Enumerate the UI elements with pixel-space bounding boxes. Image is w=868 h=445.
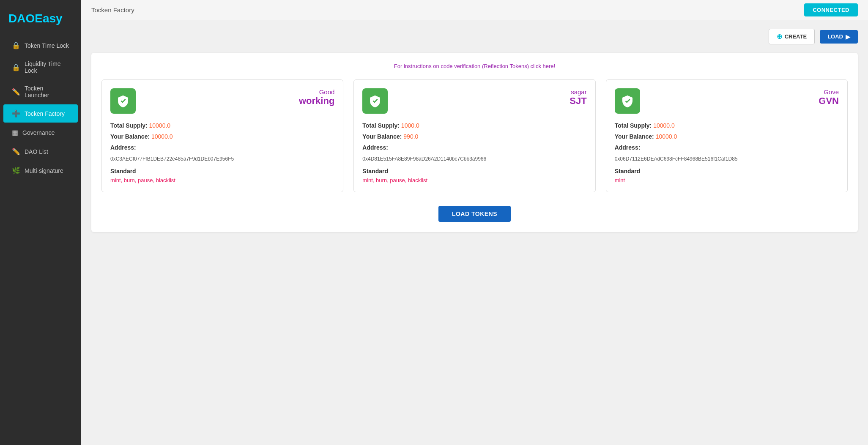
token-full-name-3: Gove bbox=[824, 88, 839, 96]
address-value-row-2: 0x4D81E515FA8E89F98aD26A2D1140bc7Cbb3a99… bbox=[362, 155, 586, 162]
token-type-2: Standard bbox=[362, 168, 586, 175]
address-value-2: 0x4D81E515FA8E89F98aD26A2D1140bc7Cbb3a99… bbox=[362, 156, 486, 162]
token-icon-2 bbox=[362, 88, 388, 114]
app-header: Tocken Factory CONNECTED bbox=[81, 0, 868, 20]
tocken-launcher-icon: ✏️ bbox=[12, 88, 20, 96]
token-type-3: Standard bbox=[615, 168, 839, 175]
total-supply-label-3: Total Supply: bbox=[615, 122, 654, 129]
main-area: Tocken Factory CONNECTED ⊕ CREATE LOAD ▶… bbox=[81, 0, 868, 445]
total-supply-value-2: 1000.0 bbox=[401, 122, 419, 129]
address-label-3: Address: bbox=[615, 144, 641, 151]
load-label: LOAD bbox=[827, 33, 843, 40]
token-symbol-2: SJT bbox=[570, 96, 586, 106]
address-value-3: 0x06D7112E6DEAdC698FcFF84968BE516f1Caf1D… bbox=[615, 156, 738, 162]
sidebar-item-tocken-factory[interactable]: ➕Tocken Factory bbox=[3, 104, 78, 123]
token-time-lock-icon: 🔒 bbox=[12, 41, 20, 49]
token-names-1: Good working bbox=[142, 88, 334, 106]
create-label: CREATE bbox=[785, 33, 807, 40]
sidebar-label-dao-list: DAO List bbox=[25, 148, 48, 155]
multi-signature-icon: 🌿 bbox=[12, 167, 20, 175]
total-supply-label-2: Total Supply: bbox=[362, 122, 401, 129]
card-header-3: Gove GVN bbox=[615, 88, 839, 114]
address-value-1: 0xC3AECf077FfB1DEB722e485a7F9d1DEb07E956… bbox=[110, 156, 234, 162]
total-supply-label-1: Total Supply: bbox=[110, 122, 149, 129]
address-row-2: Address: bbox=[362, 144, 586, 151]
sidebar-item-multi-signature[interactable]: 🌿Multi-signature bbox=[3, 161, 78, 180]
sidebar-label-liquidity-time-lock: Liquidity Time Lock bbox=[25, 60, 69, 74]
main-panel: For instructions on code verification (R… bbox=[91, 53, 858, 232]
token-card-1[interactable]: Good working Total Supply: 10000.0 Your … bbox=[101, 79, 343, 192]
total-supply-row-2: Total Supply: 1000.0 bbox=[362, 122, 586, 129]
create-button[interactable]: ⊕ CREATE bbox=[769, 29, 815, 44]
token-names-3: Gove GVN bbox=[647, 88, 839, 106]
balance-row-3: Your Balance: 10000.0 bbox=[615, 133, 839, 140]
plus-icon: ⊕ bbox=[777, 33, 782, 41]
total-supply-row-3: Total Supply: 10000.0 bbox=[615, 122, 839, 129]
toolbar: ⊕ CREATE LOAD ▶ bbox=[91, 29, 858, 44]
content-area: ⊕ CREATE LOAD ▶ For instructions on code… bbox=[81, 20, 868, 445]
token-full-name-1: Good bbox=[319, 88, 335, 96]
total-supply-value-1: 10000.0 bbox=[149, 122, 171, 129]
page-title: Tocken Factory bbox=[91, 6, 134, 14]
token-cards-grid: Good working Total Supply: 10000.0 Your … bbox=[101, 79, 848, 192]
balance-value-2: 990.0 bbox=[403, 133, 418, 140]
balance-label-1: Your Balance: bbox=[110, 133, 151, 140]
address-label-2: Address: bbox=[362, 144, 388, 151]
address-value-row-1: 0xC3AECf077FfB1DEB722e485a7F9d1DEb07E956… bbox=[110, 155, 334, 162]
governance-icon: ▦ bbox=[12, 128, 18, 137]
tocken-factory-icon: ➕ bbox=[12, 109, 20, 117]
sidebar-item-tocken-launcher[interactable]: ✏️Tocken Launcher bbox=[3, 80, 78, 104]
load-tokens-wrapper: LOAD TOKENS bbox=[101, 206, 848, 222]
token-features-2: mint, burn, pause, blacklist bbox=[362, 177, 586, 183]
token-names-2: sagar SJT bbox=[394, 88, 586, 106]
sidebar-nav: 🔒Token Time Lock🔒Liquidity Time Lock✏️To… bbox=[0, 35, 81, 180]
card-header-1: Good working bbox=[110, 88, 334, 114]
token-icon-1 bbox=[110, 88, 136, 114]
sidebar-label-tocken-launcher: Tocken Launcher bbox=[25, 85, 69, 98]
balance-value-3: 10000.0 bbox=[656, 133, 677, 140]
card-info-1: Total Supply: 10000.0 Your Balance: 1000… bbox=[110, 122, 334, 162]
balance-row-2: Your Balance: 990.0 bbox=[362, 133, 586, 140]
balance-label-3: Your Balance: bbox=[615, 133, 656, 140]
token-icon-3 bbox=[615, 88, 640, 114]
total-supply-value-3: 10000.0 bbox=[653, 122, 675, 129]
sidebar-item-dao-list[interactable]: ✏️DAO List bbox=[3, 142, 78, 161]
sidebar: DAOEasy 🔒Token Time Lock🔒Liquidity Time … bbox=[0, 0, 81, 445]
sidebar-label-governance: Governance bbox=[22, 129, 55, 136]
card-info-2: Total Supply: 1000.0 Your Balance: 990.0… bbox=[362, 122, 586, 162]
card-header-2: sagar SJT bbox=[362, 88, 586, 114]
address-row-1: Address: bbox=[110, 144, 334, 151]
connected-button[interactable]: CONNECTED bbox=[804, 3, 858, 16]
balance-value-1: 10000.0 bbox=[151, 133, 173, 140]
dao-list-icon: ✏️ bbox=[12, 147, 20, 156]
balance-label-2: Your Balance: bbox=[362, 133, 403, 140]
liquidity-time-lock-icon: 🔒 bbox=[12, 63, 20, 71]
load-button[interactable]: LOAD ▶ bbox=[820, 30, 858, 44]
address-row-3: Address: bbox=[615, 144, 839, 151]
address-value-row-3: 0x06D7112E6DEAdC698FcFF84968BE516f1Caf1D… bbox=[615, 155, 839, 162]
sidebar-label-token-time-lock: Token Time Lock bbox=[25, 42, 69, 49]
token-symbol-1: working bbox=[299, 96, 334, 106]
token-symbol-3: GVN bbox=[819, 96, 839, 106]
total-supply-row-1: Total Supply: 10000.0 bbox=[110, 122, 334, 129]
token-features-3: mint bbox=[615, 177, 839, 183]
sidebar-label-multi-signature: Multi-signature bbox=[25, 167, 63, 174]
sidebar-item-governance[interactable]: ▦Governance bbox=[3, 123, 78, 142]
card-info-3: Total Supply: 10000.0 Your Balance: 1000… bbox=[615, 122, 839, 162]
token-type-1: Standard bbox=[110, 168, 334, 175]
balance-row-1: Your Balance: 10000.0 bbox=[110, 133, 334, 140]
token-card-3[interactable]: Gove GVN Total Supply: 10000.0 Your Bala… bbox=[606, 79, 848, 192]
token-full-name-2: sagar bbox=[571, 88, 587, 96]
token-features-1: mint, burn, pause, blacklist bbox=[110, 177, 334, 183]
load-tokens-button[interactable]: LOAD TOKENS bbox=[438, 206, 511, 222]
app-logo: DAOEasy bbox=[0, 7, 81, 35]
sidebar-item-liquidity-time-lock[interactable]: 🔒Liquidity Time Lock bbox=[3, 55, 78, 79]
sidebar-item-token-time-lock[interactable]: 🔒Token Time Lock bbox=[3, 36, 78, 55]
token-card-2[interactable]: sagar SJT Total Supply: 1000.0 Your Bala… bbox=[353, 79, 595, 192]
notice-link[interactable]: For instructions on code verification (R… bbox=[101, 63, 848, 69]
arrow-right-icon: ▶ bbox=[846, 33, 850, 40]
address-label-1: Address: bbox=[110, 144, 136, 151]
sidebar-label-tocken-factory: Tocken Factory bbox=[25, 110, 65, 117]
